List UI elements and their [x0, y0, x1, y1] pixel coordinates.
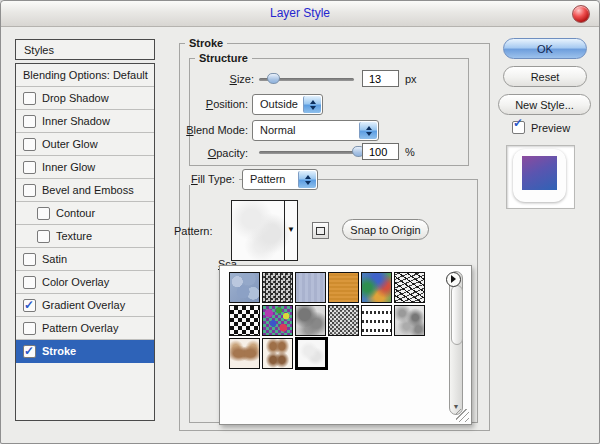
sidebar-item-label: Outer Glow [42, 133, 98, 155]
sidebar-item-gradient-overlay[interactable]: ✓Gradient Overlay [16, 294, 154, 317]
styles-panel-header: Styles [15, 39, 155, 60]
checkbox-drop-shadow[interactable] [23, 92, 36, 105]
opacity-slider[interactable] [259, 151, 357, 154]
opacity-input[interactable] [362, 143, 399, 160]
scrollbar-thumb[interactable] [451, 285, 463, 345]
pattern-swatch-tan-butterfly-pair[interactable] [262, 338, 293, 369]
sidebar-item-inner-glow[interactable]: Inner Glow [16, 156, 154, 179]
opacity-label: Opacity: [179, 147, 248, 159]
gradient-swatch [522, 156, 557, 190]
position-label: Position: [179, 98, 248, 110]
structure-legend: Structure [195, 52, 252, 64]
pattern-swatch-lavender-weave[interactable] [295, 272, 326, 303]
layer-style-dialog: Layer Style Styles Blending Options: Def… [0, 0, 600, 444]
pattern-swatch-blue-bubbles[interactable] [229, 272, 260, 303]
checkbox-stroke[interactable]: ✓ [23, 345, 36, 358]
pattern-swatch-gray-speckle[interactable] [328, 305, 359, 336]
sidebar-item-label: Bevel and Emboss [42, 179, 134, 201]
pattern-swatch-checkerboard[interactable] [229, 305, 260, 336]
sidebar-item-label: Color Overlay [42, 271, 109, 293]
style-preview-box [506, 145, 575, 209]
window-title: Layer Style [1, 6, 599, 20]
sidebar-item-pattern-overlay[interactable]: Pattern Overlay [16, 317, 154, 340]
size-slider-thumb[interactable] [267, 73, 280, 84]
checkbox-satin[interactable] [23, 253, 36, 266]
sidebar-item-label: Inner Glow [42, 156, 95, 178]
sidebar-item-label: Satin [42, 248, 67, 270]
pattern-swatch-rainbow-tiedye[interactable] [361, 272, 392, 303]
stepper-icon[interactable] [298, 171, 316, 188]
fill-type-select[interactable]: Pattern [242, 169, 318, 190]
close-icon[interactable] [572, 5, 590, 23]
checkbox-gradient-overlay[interactable]: ✓ [23, 299, 36, 312]
size-unit: px [405, 73, 417, 85]
checkbox-contour[interactable] [37, 207, 50, 220]
reset-button[interactable]: Reset [503, 66, 587, 87]
pattern-well-strip[interactable]: ▼ [284, 201, 297, 260]
check-icon: ✓ [24, 294, 34, 316]
sidebar-item-label: Blending Options: Default [23, 64, 148, 86]
sidebar-item-satin[interactable]: Satin [16, 248, 154, 271]
sidebar-item-bevel-and-emboss[interactable]: Bevel and Emboss [16, 179, 154, 202]
size-slider[interactable] [259, 78, 354, 81]
checkbox-bevel-and-emboss[interactable] [23, 184, 36, 197]
sidebar-item-stroke[interactable]: ✓Stroke [16, 340, 154, 363]
right-arrow-icon [451, 275, 456, 283]
sidebar-item-label: Contour [56, 202, 95, 224]
sidebar-item-contour[interactable]: Contour [16, 202, 154, 225]
pattern-swatch-glyph-rows[interactable] [361, 305, 392, 336]
pattern-picker-popup: ▲ ▼ [219, 265, 472, 425]
ok-button[interactable]: OK [503, 38, 587, 59]
sidebar-item-label: Texture [56, 225, 92, 247]
sidebar-item-label: Stroke [42, 340, 76, 362]
pattern-swatch-ink-sketch[interactable] [394, 272, 425, 303]
position-select[interactable]: Outside [252, 94, 323, 115]
opacity-unit: % [405, 146, 415, 158]
preview-thumbnail [513, 149, 566, 202]
pattern-well[interactable]: ▼ [231, 200, 298, 261]
pattern-swatch-gray-clouds[interactable] [295, 305, 326, 336]
size-label: Size: [191, 73, 254, 85]
stepper-icon[interactable] [359, 122, 377, 139]
check-icon: ✓ [24, 340, 34, 362]
sidebar-item-drop-shadow[interactable]: Drop Shadow [16, 87, 154, 110]
blend-mode-select[interactable]: Normal [252, 120, 379, 141]
checkbox-pattern-overlay[interactable] [23, 322, 36, 335]
position-value: Outside [260, 98, 298, 110]
sidebar-item-texture[interactable]: Texture [16, 225, 154, 248]
checkbox-color-overlay[interactable] [23, 276, 36, 289]
sidebar-item-inner-shadow[interactable]: Inner Shadow [16, 110, 154, 133]
dropdown-arrow-icon: ▼ [287, 225, 295, 234]
pattern-swatch-tan-butterfly-large[interactable] [229, 338, 260, 369]
checkbox-texture[interactable] [37, 230, 50, 243]
size-input[interactable] [362, 70, 399, 87]
checkbox-inner-glow[interactable] [23, 161, 36, 174]
fill-type-value: Pattern [250, 173, 285, 185]
pattern-swatch-gray-noise[interactable] [262, 272, 293, 303]
preview-checkbox[interactable]: ✓ [512, 121, 525, 134]
pattern-swatch-gray-marble[interactable] [394, 305, 425, 336]
sidebar-item-outer-glow[interactable]: Outer Glow [16, 133, 154, 156]
page-title: Stroke [185, 37, 227, 49]
sidebar-item-blending-options-default[interactable]: Blending Options: Default [16, 64, 154, 87]
new-pattern-button[interactable] [312, 222, 329, 239]
styles-list: Blending Options: DefaultDrop ShadowInne… [15, 63, 155, 421]
pattern-swatch-color-confetti[interactable] [262, 305, 293, 336]
titlebar[interactable]: Layer Style [1, 1, 599, 27]
resize-grip[interactable] [456, 409, 469, 422]
new-style-button[interactable]: New Style... [498, 94, 591, 115]
pattern-swatch-orange-fabric[interactable] [328, 272, 359, 303]
snap-to-origin-button[interactable]: Snap to Origin [342, 219, 429, 240]
pattern-scrollbar[interactable]: ▲ ▼ [449, 271, 463, 415]
pattern-swatch-white-paper[interactable] [295, 337, 328, 370]
sidebar-item-label: Drop Shadow [42, 87, 109, 109]
checkbox-inner-shadow[interactable] [23, 115, 36, 128]
sidebar-item-color-overlay[interactable]: Color Overlay [16, 271, 154, 294]
stepper-icon[interactable] [303, 96, 321, 113]
checkbox-outer-glow[interactable] [23, 138, 36, 151]
pattern-label: Pattern: [174, 225, 221, 237]
check-icon: ✓ [513, 116, 523, 130]
picker-menu-button[interactable] [446, 272, 461, 287]
preview-label: Preview [531, 122, 570, 134]
blend-mode-label: Blend Mode: [179, 124, 248, 136]
